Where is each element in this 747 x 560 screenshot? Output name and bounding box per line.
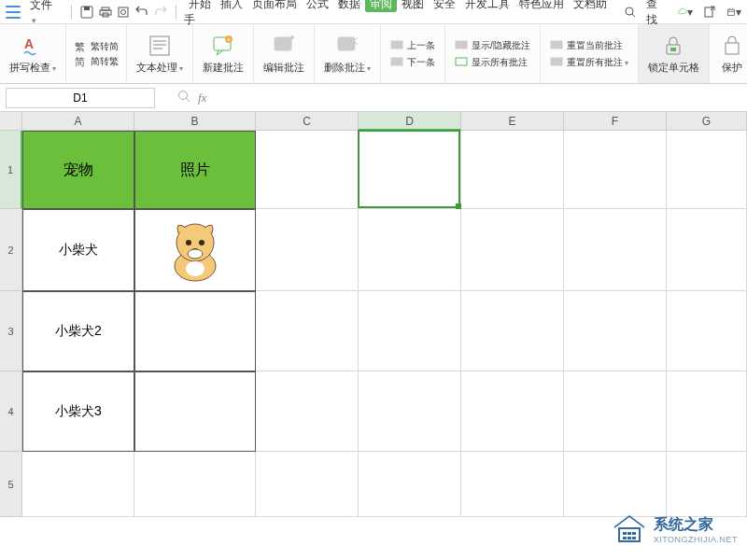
reset-all: 重置所有批注 [550, 56, 628, 69]
cell-F2[interactable] [564, 209, 667, 291]
menu-tab-0[interactable]: 开始 [184, 0, 216, 12]
svg-rect-20 [391, 58, 402, 65]
menu-tab-5[interactable]: 审阅 [365, 0, 397, 12]
svg-text:简: 简 [75, 56, 85, 67]
text-process-icon [147, 33, 173, 59]
cell-C5[interactable] [256, 452, 359, 517]
col-header-E[interactable]: E [461, 112, 564, 131]
menu-tab-1[interactable]: 插入 [216, 0, 247, 12]
svg-rect-22 [456, 58, 467, 65]
col-header-C[interactable]: C [256, 112, 359, 131]
cell-D1[interactable] [359, 131, 461, 209]
cells-area[interactable]: 宠物照片小柴犬小柴犬2小柴犬3 [22, 131, 747, 517]
col-header-G[interactable]: G [667, 112, 747, 131]
row-header-4[interactable]: 4 [0, 371, 22, 452]
trad-to-simp[interactable]: 简简转繁 [74, 55, 119, 68]
row-header-3[interactable]: 3 [0, 291, 22, 371]
cell-C1[interactable] [256, 131, 359, 209]
table-cell-A2[interactable]: 小柴犬 [22, 209, 134, 291]
cell-F5[interactable] [564, 452, 667, 517]
cancel-icon[interactable] [177, 90, 190, 105]
cell-G5[interactable] [667, 452, 747, 517]
cell-E3[interactable] [461, 291, 564, 371]
ribbon-show-comments: 显示/隐藏批注 显示所有批注 [445, 24, 541, 83]
cell-E2[interactable] [461, 209, 564, 291]
cell-C4[interactable] [256, 371, 359, 452]
name-box[interactable]: D1 [6, 88, 155, 108]
print-icon[interactable] [98, 5, 113, 20]
undo-icon[interactable] [134, 5, 149, 20]
row-header-1[interactable]: 1 [0, 131, 22, 209]
cell-G4[interactable] [667, 371, 747, 452]
show-hide-comment: 显示/隐藏批注 [455, 39, 530, 52]
prev-comment: 上一条 [390, 39, 435, 52]
cell-B5[interactable] [134, 452, 256, 517]
col-header-A[interactable]: A [22, 112, 134, 131]
show-all-comments[interactable]: 显示所有批注 [455, 56, 530, 69]
table-cell-A1[interactable]: 宠物 [22, 131, 134, 209]
print-preview-icon[interactable] [117, 5, 132, 20]
cell-G3[interactable] [667, 291, 747, 371]
row-header-2[interactable]: 2 [0, 209, 22, 291]
app-menu-icon[interactable] [6, 6, 21, 19]
fx-icon[interactable]: fx [198, 91, 206, 105]
select-all-corner[interactable] [0, 112, 22, 131]
menu-tab-9[interactable]: 特色应用 [514, 0, 569, 12]
ribbon-label: 拼写检查 [9, 61, 56, 75]
menu-tab-4[interactable]: 数据 [333, 0, 365, 12]
cell-E1[interactable] [461, 131, 564, 209]
next-comment: 下一条 [390, 56, 435, 69]
cell-D5[interactable] [359, 452, 461, 517]
spellcheck-icon: A [20, 33, 46, 59]
cell-G2[interactable] [667, 209, 747, 291]
svg-rect-24 [551, 58, 562, 65]
menu-tab-7[interactable]: 安全 [429, 0, 460, 12]
spreadsheet: ABCDEFG 12345 宠物照片小柴犬小柴犬2小柴犬3 [0, 112, 747, 517]
table-cell-A4[interactable]: 小柴犬3 [22, 371, 134, 452]
cell-E5[interactable] [461, 452, 564, 517]
formula-input[interactable] [214, 89, 587, 107]
table-cell-B2[interactable] [134, 209, 256, 291]
cell-D3[interactable] [359, 291, 461, 371]
cell-C2[interactable] [256, 209, 359, 291]
cell-G1[interactable] [667, 131, 747, 209]
ribbon-lock-cell[interactable]: 锁定单元格 [639, 24, 710, 83]
table-cell-A3[interactable]: 小柴犬2 [22, 291, 134, 371]
table-cell-B4[interactable] [134, 371, 256, 452]
search-icon[interactable] [623, 5, 638, 20]
svg-rect-23 [551, 41, 562, 49]
save-icon[interactable] [79, 5, 94, 20]
cell-A5[interactable] [22, 452, 134, 517]
menu-tab-6[interactable]: 视图 [397, 0, 429, 12]
cell-F3[interactable] [564, 291, 667, 371]
col-header-F[interactable]: F [564, 112, 667, 131]
cloud-sync-icon[interactable]: ▾ [678, 5, 693, 20]
calendar-icon[interactable]: ▾ [726, 5, 741, 20]
cell-C3[interactable] [256, 291, 359, 371]
cell-D2[interactable] [359, 209, 461, 291]
menu-tab-3[interactable]: 公式 [302, 0, 333, 12]
redo-icon[interactable] [153, 5, 168, 20]
ribbon-new-comment[interactable]: + 新建批注 [193, 24, 254, 83]
ribbon-label: 编辑批注 [263, 61, 304, 75]
svg-rect-38 [627, 532, 631, 535]
cell-D4[interactable] [359, 371, 461, 452]
table-cell-B3[interactable] [134, 291, 256, 371]
ribbon-label: 删除批注 [324, 61, 371, 75]
ribbon-protect[interactable]: 保护 [710, 24, 747, 83]
col-header-B[interactable]: B [134, 112, 256, 131]
svg-rect-40 [623, 537, 627, 539]
row-header-5[interactable]: 5 [0, 452, 22, 517]
simp-to-trad[interactable]: 繁繁转简 [74, 40, 119, 53]
cell-E4[interactable] [461, 371, 564, 452]
table-cell-B1[interactable]: 照片 [134, 131, 256, 209]
ribbon-spellcheck[interactable]: A 拼写检查 [0, 24, 66, 83]
cell-F4[interactable] [564, 371, 667, 452]
svg-point-35 [186, 261, 204, 276]
ribbon-textproc[interactable]: 文本处理 [127, 24, 193, 83]
cell-F1[interactable] [564, 131, 667, 209]
menu-tab-8[interactable]: 开发工具 [460, 0, 514, 12]
col-header-D[interactable]: D [359, 112, 461, 131]
menu-tab-2[interactable]: 页面布局 [247, 0, 302, 12]
share-icon[interactable] [702, 5, 717, 20]
